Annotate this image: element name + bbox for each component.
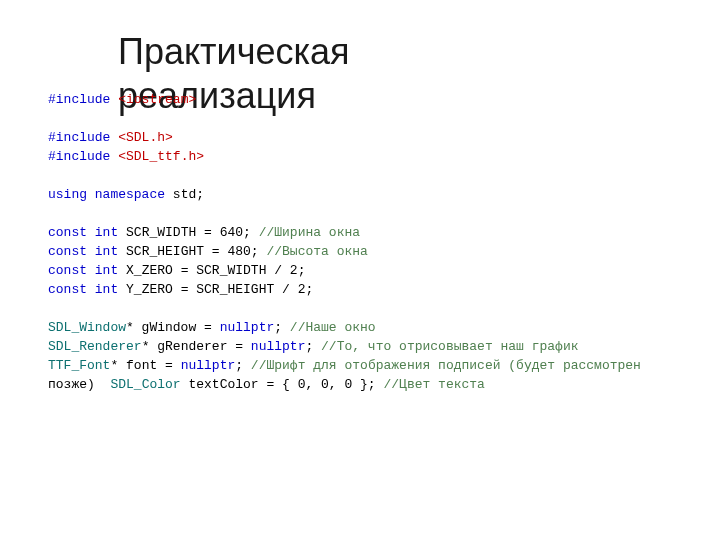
code-line: using namespace std; — [48, 185, 641, 204]
code-line: #include <SDL_ttf.h> — [48, 147, 641, 166]
code-block: #include <iostream> #include <SDL.h>#inc… — [48, 90, 641, 394]
code-token: int — [95, 244, 126, 259]
code-token: #include — [48, 149, 118, 164]
code-token: textColor = { 0, 0, 0 }; — [181, 377, 384, 392]
code-token: //Наше окно — [290, 320, 376, 335]
code-token: nullptr — [181, 358, 236, 373]
code-token: SCR_HEIGHT = 480; — [126, 244, 266, 259]
code-token: SDL_Renderer — [48, 339, 142, 354]
code-token: * font = — [110, 358, 180, 373]
code-token: X_ZERO = SCR_WIDTH / 2; — [126, 263, 305, 278]
code-token: #include — [48, 92, 118, 107]
code-token: //Цвет текста — [383, 377, 484, 392]
code-token: TTF_Font — [48, 358, 110, 373]
code-line — [48, 299, 641, 318]
code-token: <SDL.h> — [118, 130, 173, 145]
code-token: nullptr — [220, 320, 275, 335]
code-line: const int SCR_WIDTH = 640; //Ширина окна — [48, 223, 641, 242]
code-line — [48, 109, 641, 128]
code-token: ; — [305, 339, 321, 354]
code-token: ; — [235, 358, 251, 373]
code-token: //Ширина окна — [259, 225, 360, 240]
code-token: const — [48, 225, 95, 240]
code-line: SDL_Window* gWindow = nullptr; //Наше ок… — [48, 318, 641, 337]
code-token: using — [48, 187, 95, 202]
code-token: const — [48, 244, 95, 259]
code-token: SDL_Color — [110, 377, 180, 392]
code-token: namespace — [95, 187, 173, 202]
code-token: #include — [48, 130, 118, 145]
code-line — [48, 166, 641, 185]
code-line: TTF_Font* font = nullptr; //Шрифт для от… — [48, 356, 641, 375]
code-line: #include <iostream> — [48, 90, 641, 109]
code-token: SDL_Window — [48, 320, 126, 335]
code-token: //Высота окна — [266, 244, 367, 259]
code-token: std; — [173, 187, 204, 202]
code-token: SCR_WIDTH = 640; — [126, 225, 259, 240]
code-token: <SDL_ttf.h> — [118, 149, 204, 164]
code-line: const int X_ZERO = SCR_WIDTH / 2; — [48, 261, 641, 280]
code-token: //То, что отрисовывает наш график — [321, 339, 578, 354]
code-token: int — [95, 282, 126, 297]
code-token: позже) — [48, 377, 110, 392]
code-token: int — [95, 263, 126, 278]
code-token: * gWindow = — [126, 320, 220, 335]
code-token: * gRenderer = — [142, 339, 251, 354]
code-token: Y_ZERO = SCR_HEIGHT / 2; — [126, 282, 313, 297]
code-token: nullptr — [251, 339, 306, 354]
code-token: const — [48, 282, 95, 297]
code-token: ; — [274, 320, 290, 335]
code-line: const int Y_ZERO = SCR_HEIGHT / 2; — [48, 280, 641, 299]
code-token: //Шрифт для отображения подписей (будет … — [251, 358, 641, 373]
code-line: const int SCR_HEIGHT = 480; //Высота окн… — [48, 242, 641, 261]
code-line — [48, 204, 641, 223]
code-line: SDL_Renderer* gRenderer = nullptr; //То,… — [48, 337, 641, 356]
slide: Практическая реализация #include <iostre… — [0, 0, 720, 540]
code-line: #include <SDL.h> — [48, 128, 641, 147]
code-line: позже) SDL_Color textColor = { 0, 0, 0 }… — [48, 375, 641, 394]
code-token: int — [95, 225, 126, 240]
code-token: const — [48, 263, 95, 278]
code-token: <iostream> — [118, 92, 196, 107]
